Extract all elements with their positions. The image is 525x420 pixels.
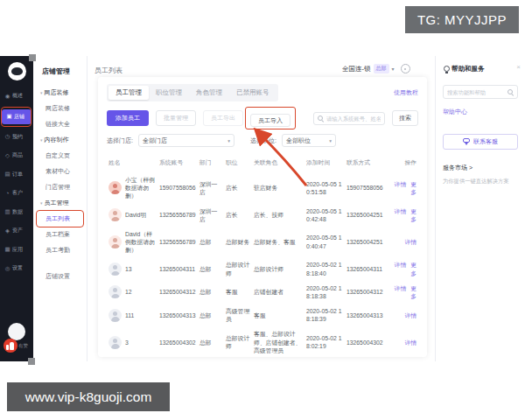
- user-avatar[interactable]: [8, 323, 25, 340]
- secondary-sidebar: 店铺管理 ▾网店装修 网店装修 链接大全 ▾内容制作 自定义页 素材中心 门店管…: [33, 56, 88, 361]
- contact-support-button[interactable]: 联系客服: [443, 134, 518, 150]
- detail-link[interactable]: 详情: [395, 262, 407, 268]
- lightbulb-icon: [443, 66, 449, 74]
- table-header-row: 姓名 系统账号 部门 职位 关联角色 添加时间 联系方式 操作: [107, 154, 418, 172]
- sidebar-item-customers[interactable]: ◔客户: [0, 184, 33, 203]
- admin-app-screenshot: ◉概述 ▣店铺 ◷预约 ◇商品 ▤订单 ◔客户 ▥数据 ◈资产 ▦应用 ◎设置 …: [0, 56, 525, 361]
- store-icon: ▣: [6, 113, 12, 120]
- search-icon: [508, 89, 514, 95]
- page-title: 员工列表: [94, 66, 122, 75]
- submenu-item-staff-attendance[interactable]: 员工考勤: [33, 242, 87, 258]
- staff-search-input[interactable]: [326, 116, 381, 122]
- more-link[interactable]: 更多: [410, 208, 416, 222]
- submenu-title: 店铺管理: [33, 56, 87, 76]
- submenu-group-shop-design[interactable]: ▾网店装修: [33, 85, 87, 101]
- add-staff-button[interactable]: 添加员工: [107, 110, 149, 126]
- sidebar-item-goods[interactable]: ◇商品: [0, 146, 33, 165]
- help-panel: 帮助和服务 × 帮助中心 联系客服 服务市场 > 为你提供一键直达解决方案: [435, 56, 525, 361]
- chevron-down-icon: ▾: [228, 138, 230, 144]
- settings-icon: ◎: [4, 265, 10, 272]
- detail-link[interactable]: 详情: [404, 239, 416, 245]
- data-icon: ▥: [4, 208, 10, 215]
- avatar: [108, 309, 122, 322]
- search-button[interactable]: 搜索: [392, 110, 418, 126]
- sidebar-item-apps[interactable]: ▦应用: [0, 241, 33, 260]
- chevron-down-icon: ▾: [40, 90, 43, 95]
- submenu-item-shop-design[interactable]: 网店装修: [33, 101, 87, 116]
- tab-staff-management[interactable]: 员工管理: [108, 86, 149, 100]
- staff-import-button[interactable]: 员工导入: [250, 114, 290, 127]
- sidebar-item-overview[interactable]: ◉概述: [0, 87, 33, 106]
- submenu-item-store-mgmt[interactable]: 门店管理: [33, 179, 87, 195]
- submenu-item-custom-page[interactable]: 自定义页: [33, 148, 87, 164]
- sidebar-item-data[interactable]: ▥数据: [0, 203, 33, 222]
- staff-table: 姓名 系统账号 部门 职位 关联角色 添加时间 联系方式 操作 小宝（样例数据请…: [107, 154, 418, 358]
- apps-icon: ▦: [4, 246, 10, 253]
- table-row: 12 13265004312 总部 客服 店铺创建者 2020-05-02 18…: [107, 281, 418, 304]
- url-watermark-badge: www.vip-k8guoji.com: [7, 382, 170, 411]
- sidebar-item-assets[interactable]: ◈资产: [0, 221, 33, 241]
- more-link[interactable]: 更多: [410, 262, 416, 276]
- store-switcher[interactable]: 全国连-锁 总部 ▾: [342, 64, 410, 74]
- service-market-link[interactable]: 服务市场 >: [443, 164, 518, 172]
- chevron-down-icon: ▾: [40, 200, 43, 206]
- staff-card: 员工管理 职位管理 角色管理 已禁用账号 使用教程 添加员工 批量管理 员工导出…: [98, 77, 427, 357]
- tab-disabled-accounts[interactable]: 已禁用账号: [229, 86, 276, 100]
- detail-link[interactable]: 详情: [404, 312, 416, 318]
- annotation-handle: [28, 358, 35, 365]
- submenu-item-links[interactable]: 链接大全: [33, 116, 87, 132]
- detail-link[interactable]: 详情: [395, 208, 407, 214]
- submenu-item-staff-list[interactable]: 员工列表: [33, 211, 87, 227]
- table-row: 3 13265004302 总部 总部设计师 客服、总部设计师、店铺创建者、高级…: [107, 326, 418, 358]
- brand-logo: [8, 62, 26, 80]
- tab-position-management[interactable]: 职位管理: [149, 86, 189, 100]
- detail-link[interactable]: 详情: [395, 181, 407, 187]
- search-icon: [318, 116, 324, 122]
- table-row: David明 13256556789 深圳一店 店长 店长、技师 2020-05…: [107, 204, 418, 227]
- batch-manage-button[interactable]: 批量管理: [156, 110, 196, 126]
- sidebar-item-settings[interactable]: ◎设置: [0, 259, 33, 278]
- position-filter-label: 选择职位:: [250, 136, 276, 145]
- position-filter-select[interactable]: 全部职位▾: [282, 134, 336, 147]
- notification-icon[interactable]: [401, 64, 410, 74]
- avatar: [108, 262, 122, 276]
- staff-search-box: [313, 112, 385, 125]
- help-center-link[interactable]: 帮助中心: [443, 108, 518, 116]
- tab-bar: 员工管理 职位管理 角色管理 已禁用账号: [107, 84, 278, 102]
- submenu-item-shop-settings[interactable]: 店铺设置: [33, 269, 87, 284]
- staff-export-button[interactable]: 员工导出: [203, 110, 243, 126]
- sidebar-item-booking[interactable]: ◷预约: [0, 128, 33, 147]
- chevron-down-icon: ▾: [329, 138, 332, 144]
- help-search-box: [443, 85, 518, 99]
- booking-icon: ◷: [4, 133, 10, 140]
- sidebar-item-store[interactable]: ▣店铺: [2, 109, 32, 124]
- tab-role-management[interactable]: 角色管理: [189, 86, 229, 100]
- submenu-item-staff-files[interactable]: 员工档案: [33, 227, 87, 242]
- avatar: [108, 208, 122, 221]
- tutorial-link[interactable]: 使用教程: [394, 88, 418, 97]
- detail-link[interactable]: 详情: [404, 340, 416, 346]
- help-search-input[interactable]: [447, 89, 505, 95]
- brand-thumb-icon: [4, 339, 18, 353]
- more-link[interactable]: 更多: [410, 285, 416, 299]
- avatar: [108, 285, 122, 298]
- detail-link[interactable]: 详情: [395, 285, 407, 291]
- close-icon[interactable]: ×: [516, 63, 521, 71]
- avatar: [108, 336, 122, 349]
- more-link[interactable]: 更多: [410, 181, 416, 195]
- table-row: David（样例数据请勿删） 13256556789 总部 总部财务 总部财务、…: [107, 227, 418, 258]
- avatar: [108, 181, 122, 194]
- brand-label: 有赞: [18, 343, 28, 349]
- assets-icon: ◈: [4, 228, 10, 234]
- store-filter-select[interactable]: 全部门店▾: [138, 134, 234, 147]
- submenu-group-staff[interactable]: ▾员工管理: [33, 195, 87, 211]
- submenu-item-material-center[interactable]: 素材中心: [33, 164, 87, 179]
- goods-icon: ◇: [4, 152, 10, 159]
- filter-row: 选择门店: 全部门店▾ 选择职位: 全部职位▾: [107, 134, 418, 147]
- store-name: 全国连-锁: [342, 65, 371, 74]
- table-row: 111 13265004313 总部 高级管理员 客服 2020-05-02 1…: [107, 304, 418, 326]
- submenu-group-content[interactable]: ▾内容制作: [33, 132, 87, 148]
- overview-icon: ◉: [4, 93, 10, 100]
- sidebar-item-orders[interactable]: ▤订单: [0, 165, 33, 185]
- tg-watermark-badge: TG: MYYJJPP: [405, 6, 519, 33]
